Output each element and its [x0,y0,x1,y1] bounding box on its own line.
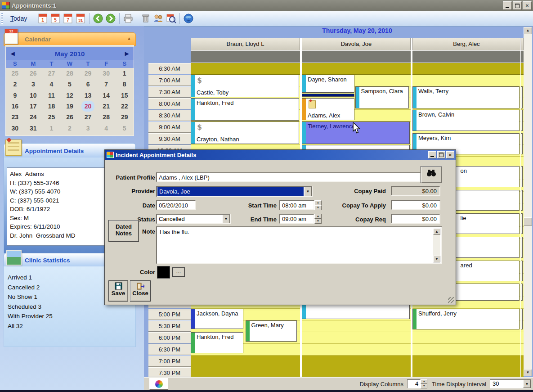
week7-view-button[interactable]: 7 [62,12,74,25]
vertical-scrollbar[interactable]: ▲ ▼ [524,27,532,376]
appointment[interactable]: $Castle, Toby [191,75,299,97]
appointment[interactable]: Hankton, Fred [191,98,299,121]
save-button[interactable]: Save [108,280,128,302]
appointment[interactable]: Walls, Terry [412,86,520,108]
calendar-day[interactable]: 30 [6,123,24,134]
calendar-day[interactable]: 4 [97,123,116,134]
calendar-day[interactable]: 17 [24,101,43,112]
scroll-up-icon[interactable]: ▲ [433,228,440,235]
time-interval-dropdown[interactable]: 30 ▼ [490,379,531,388]
appointment[interactable]: Adams, Alex [302,98,354,120]
copay-to-apply-input[interactable]: $0.00 [391,200,440,210]
appointment[interactable] [455,284,520,301]
appointment[interactable] [521,166,523,187]
scroll-up-icon[interactable]: ▲ [524,27,532,34]
display-columns-spinner[interactable]: ▲▼ [421,379,427,388]
provider-column-header[interactable]: Davola, Joe [302,38,411,50]
calendar-day[interactable]: 12 [61,90,79,101]
network-button[interactable] [182,12,195,25]
appointment[interactable] [521,237,523,258]
date-input[interactable]: 05/20/2010 [156,200,196,210]
calendar-day[interactable]: 27 [42,68,61,79]
calendar-day[interactable]: 14 [97,90,116,101]
calendar-day[interactable]: 5 [115,123,134,134]
appointment[interactable]: $Crayton, Nathan [191,122,299,144]
collapse-icon[interactable]: ▲ [127,36,131,41]
today-button[interactable]: Today [6,14,31,23]
calendar-day[interactable]: 10 [24,90,43,101]
appointment[interactable] [521,133,523,154]
scrollbar-thumb[interactable] [524,217,532,225]
schedule-cell[interactable] [412,356,520,367]
provider-column-header[interactable]: Braun, Lloyd L [191,38,300,50]
schedule-cell[interactable] [302,356,411,367]
schedule-cell[interactable] [412,332,520,344]
calendar-day[interactable]: 8 [115,79,134,90]
calendar-day[interactable]: 28 [61,68,79,79]
scroll-down-icon[interactable]: ▼ [433,256,440,262]
schedule-cell[interactable] [302,332,411,344]
appointment[interactable]: Shufford, Jerry [412,309,520,329]
appointment[interactable] [521,284,523,301]
find-appointment-button[interactable] [165,12,177,25]
calendar-day[interactable]: 9 [6,90,24,101]
appointment[interactable]: Dayne, Sharon [302,75,354,93]
calendar-day[interactable]: 2 [6,79,24,90]
next-month-icon[interactable]: ▶ [120,50,134,57]
provider-column-header[interactable]: Berg, Alec [412,38,520,50]
day-view-button[interactable]: 1 [36,12,49,25]
calendar-day[interactable]: 21 [97,101,116,112]
schedule-cell[interactable] [412,344,520,356]
close-dialog-button[interactable]: Close [130,280,151,302]
dialog-minimize-button[interactable] [428,151,436,158]
appointment[interactable] [521,110,523,131]
dialog-close-button[interactable]: ✕ [446,151,454,158]
calendar-day[interactable]: 28 [97,112,116,122]
calendar-day[interactable]: 5 [61,79,79,90]
spin-down-icon[interactable]: ▼ [421,384,427,388]
display-columns-input[interactable]: 4 [407,379,421,388]
previous-day-button[interactable] [92,12,104,25]
schedule-cell[interactable] [302,63,411,75]
appointment[interactable] [521,261,523,281]
calendar-panel-header[interactable]: Calendar ▲ [4,32,136,46]
calendar-day[interactable]: 15 [115,90,134,101]
dialog-titlebar[interactable]: Incident Appointment Details ✕ [105,150,456,160]
schedule-cell[interactable] [191,356,300,367]
note-textarea[interactable]: Has the flu. ▲ ▼ [156,226,442,264]
schedule-cell[interactable] [302,320,411,332]
appointment[interactable] [521,86,523,108]
appointment[interactable]: ared [455,261,520,281]
calendar-day[interactable]: 3 [79,123,97,134]
calendar-day[interactable]: 29 [79,68,97,79]
calendar-day[interactable]: 27 [79,112,97,122]
find-patient-dialog-button[interactable] [421,166,442,183]
calendar-day[interactable]: 4 [42,79,61,90]
status-dropdown[interactable]: Cancelled ▼ [156,214,231,224]
appointment[interactable] [521,309,523,329]
calendar-day[interactable]: 20 [81,101,94,112]
calendar-day[interactable]: 2 [61,123,79,134]
dialog-resize-grip[interactable] [448,297,454,303]
schedule-cell[interactable] [412,367,520,377]
calendar-day[interactable]: 26 [24,68,43,79]
calendar-day[interactable]: 6 [79,79,97,90]
appointment[interactable]: Brown, Calvin [412,110,520,131]
appointment[interactable] [521,213,523,234]
note-scrollbar[interactable]: ▲ ▼ [433,228,440,262]
appointment[interactable]: Jackson, Dayna [191,309,243,329]
calendar-day[interactable]: 7 [97,79,116,90]
appointment[interactable] [302,94,354,97]
provider-dropdown[interactable]: Davola, Joe ▼ [156,186,313,197]
appointment[interactable]: on [455,166,520,187]
appointment[interactable]: Sampson, Clara [355,86,409,108]
week5-view-button[interactable]: 5 [49,12,62,25]
calendar-day[interactable]: 24 [24,112,43,122]
spin-up-icon[interactable]: ▲ [421,379,427,384]
calendar-day[interactable]: 25 [42,112,61,122]
calendar-day[interactable]: 31 [24,123,43,134]
close-button[interactable]: ✕ [523,1,532,10]
print-button[interactable] [122,12,134,25]
appointment[interactable] [521,190,523,211]
calendar-day[interactable]: 19 [61,101,79,112]
